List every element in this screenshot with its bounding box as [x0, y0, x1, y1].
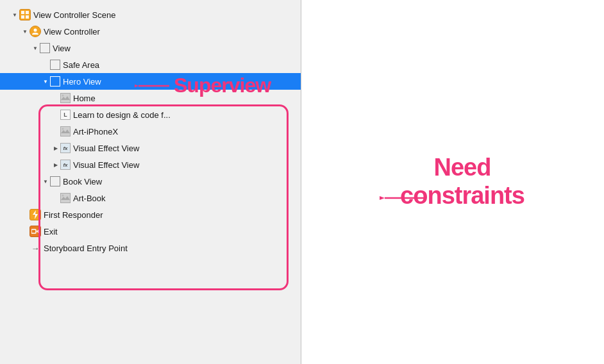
constraints-label: Need constraints: [400, 154, 524, 210]
label-visual-effect-1: Visual Effect View: [73, 144, 139, 153]
icon-visual-effect-2: fx: [60, 160, 71, 170]
icon-visual-effect-1: fx: [60, 143, 71, 153]
svg-rect-15: [31, 229, 36, 233]
label-safe-area: Safe Area: [63, 60, 99, 70]
icon-storyboard-entry: →: [29, 242, 41, 254]
disclosure-visual-effect-1[interactable]: [51, 144, 60, 153]
tree-item-view[interactable]: View: [0, 40, 301, 56]
icon-learn: L: [60, 110, 71, 120]
svg-point-13: [62, 195, 64, 197]
outline-panel[interactable]: View Controller SceneView ControllerView…: [0, 0, 301, 364]
icon-art-book: [60, 193, 71, 203]
label-view: View: [53, 44, 71, 53]
label-exit: Exit: [44, 227, 58, 236]
tree-item-visual-effect-2[interactable]: fxVisual Effect View: [0, 156, 301, 173]
icon-vc: [29, 26, 41, 37]
disclosure-vc[interactable]: [21, 27, 29, 36]
label-art-book: Art-Book: [73, 194, 106, 203]
icon-first-responder: [29, 209, 41, 220]
svg-point-10: [62, 128, 64, 130]
label-visual-effect-2: Visual Effect View: [73, 160, 139, 170]
icon-exit: [29, 226, 41, 237]
icon-art-iphonex: [60, 126, 71, 136]
svg-point-7: [62, 95, 64, 97]
tree-item-exit[interactable]: Exit: [0, 223, 301, 240]
tree-item-book-view[interactable]: Book View: [0, 173, 301, 190]
label-art-iphonex: Art-iPhoneX: [73, 127, 118, 136]
tree-item-learn[interactable]: LLearn to design & code f...: [0, 106, 301, 123]
right-panel: Need constraints: [301, 0, 604, 364]
icon-vc-scene: [19, 9, 31, 21]
label-hero-view: Hero View: [63, 77, 101, 87]
tree-item-visual-effect-1[interactable]: fxVisual Effect View: [0, 140, 301, 156]
svg-rect-3: [26, 15, 29, 19]
disclosure-hero-view[interactable]: [41, 77, 50, 86]
tree-item-safe-area[interactable]: Safe Area: [0, 56, 301, 73]
tree-item-art-book[interactable]: Art-Book: [0, 190, 301, 206]
svg-rect-1: [26, 11, 29, 14]
label-learn: Learn to design & code f...: [73, 110, 171, 120]
disclosure-vc-scene[interactable]: [10, 10, 19, 19]
svg-marker-14: [33, 210, 38, 219]
svg-rect-2: [21, 15, 24, 19]
tree-item-art-iphonex[interactable]: Art-iPhoneX: [0, 123, 301, 140]
tree-item-vc[interactable]: View Controller: [0, 23, 301, 40]
tree-item-home[interactable]: Home: [0, 90, 301, 106]
tree-item-vc-scene[interactable]: View Controller Scene: [0, 6, 301, 23]
disclosure-visual-effect-2[interactable]: [51, 160, 60, 169]
icon-hero-view: [50, 76, 60, 87]
tree-item-first-responder[interactable]: First Responder: [0, 206, 301, 223]
icon-home: [60, 93, 71, 103]
label-storyboard-entry: Storyboard Entry Point: [44, 244, 128, 253]
icon-safe-area: [50, 60, 60, 70]
label-first-responder: First Responder: [44, 210, 103, 220]
tree-item-hero-view[interactable]: Hero View: [0, 73, 301, 90]
disclosure-view[interactable]: [31, 44, 40, 53]
icon-view: [40, 43, 50, 53]
svg-point-4: [34, 29, 37, 32]
icon-book-view: [50, 176, 60, 186]
label-home: Home: [73, 94, 96, 103]
disclosure-book-view[interactable]: [41, 177, 50, 186]
label-vc-scene: View Controller Scene: [33, 10, 115, 20]
svg-rect-0: [21, 11, 24, 14]
label-book-view: Book View: [63, 177, 102, 186]
tree-item-storyboard-entry[interactable]: →Storyboard Entry Point: [0, 240, 301, 256]
label-vc: View Controller: [44, 27, 100, 37]
